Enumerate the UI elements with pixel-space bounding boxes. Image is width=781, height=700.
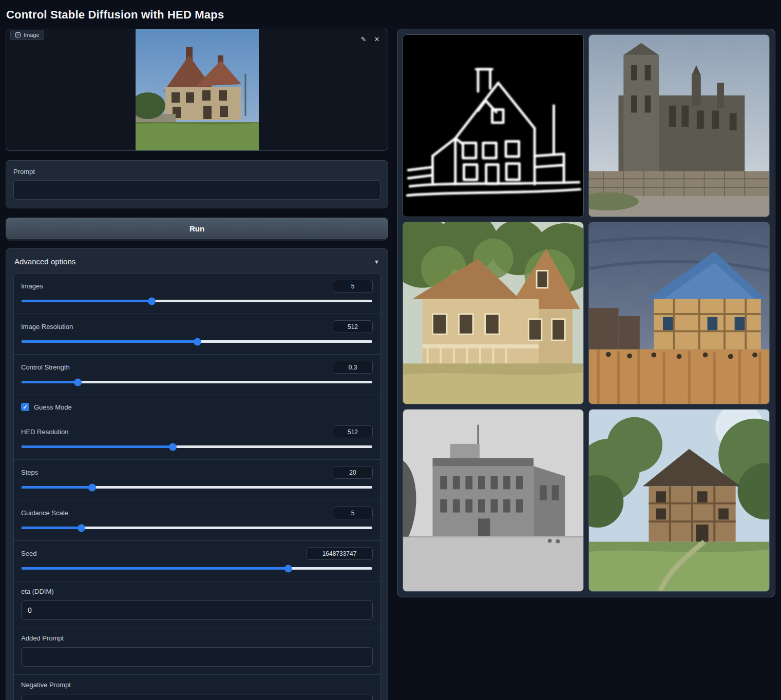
guidance-scale-value-input[interactable] [333, 507, 373, 519]
added-prompt-row: Added Prompt [14, 628, 380, 675]
image-label-text: Image [24, 32, 40, 38]
gallery-item-5[interactable] [403, 409, 584, 592]
negative-prompt-label: Negative Prompt [21, 681, 373, 689]
seed-label: Seed [21, 550, 36, 557]
hed-resolution-value-input[interactable] [333, 425, 373, 438]
image-toolbar: ✎ ✕ [358, 33, 383, 45]
image-component-label: Image [10, 30, 44, 40]
output-gallery [397, 29, 775, 597]
images-label: Images [21, 282, 43, 290]
hed-resolution-label: HED Resolution [21, 428, 69, 436]
steps-label: Steps [21, 469, 38, 476]
steps-slider-handle[interactable] [88, 483, 96, 491]
main-layout: Image ✎ ✕ [0, 29, 781, 700]
gallery-item-6[interactable] [588, 409, 770, 592]
images-slider[interactable] [22, 300, 372, 302]
added-prompt-label: Added Prompt [21, 634, 373, 642]
control-strength-label: Control Strength [21, 363, 70, 371]
painterly-blue-roof-house-image [589, 222, 769, 404]
images-slider-handle[interactable] [148, 297, 156, 305]
hed-edge-map-image [403, 35, 583, 217]
seed-row: Seed [14, 541, 380, 581]
image-upload[interactable]: Image ✎ ✕ [6, 29, 388, 151]
image-resolution-row: Image Resolution [14, 314, 380, 355]
guess-mode-checkbox[interactable]: ✓ [21, 403, 29, 411]
steps-value-input[interactable] [333, 466, 373, 479]
ornate-wooden-house-image [403, 222, 583, 404]
gallery-item-3[interactable] [403, 222, 584, 404]
image-resolution-slider-handle[interactable] [194, 338, 201, 345]
added-prompt-input[interactable] [21, 647, 373, 667]
advanced-options-accordion[interactable]: Advanced options ▼ [13, 255, 380, 273]
guess-mode-label: Guess Mode [34, 403, 72, 411]
edit-image-button[interactable]: ✎ [358, 33, 369, 45]
control-strength-slider[interactable] [22, 381, 372, 383]
country-house-with-trees-image [589, 410, 769, 591]
gallery-item-1[interactable] [403, 34, 584, 217]
guidance-scale-slider-handle[interactable] [78, 524, 85, 532]
steps-slider[interactable] [22, 486, 372, 489]
seed-value-input[interactable] [306, 547, 373, 560]
steps-row: Steps [14, 460, 380, 500]
hed-resolution-row: HED Resolution [14, 419, 380, 460]
run-button[interactable]: Run [6, 218, 388, 239]
negative-prompt-row: Negative Prompt [14, 675, 380, 700]
clear-image-button[interactable]: ✕ [371, 33, 383, 45]
control-strength-value-input[interactable] [333, 361, 373, 374]
images-row: Images [14, 274, 380, 314]
prompt-label: Prompt [13, 168, 380, 176]
eta-input[interactable] [21, 600, 373, 620]
controls-column: Image ✎ ✕ [6, 29, 388, 700]
page-title: Control Stable Diffusion with HED Maps [0, 0, 781, 29]
gallery-item-4[interactable] [588, 222, 770, 404]
images-value-input[interactable] [333, 280, 373, 293]
guess-mode-row: ✓ Guess Mode [14, 395, 380, 419]
control-strength-slider-handle[interactable] [74, 378, 82, 386]
seed-slider[interactable] [22, 567, 372, 570]
guidance-scale-label: Guidance Scale [21, 509, 68, 517]
eta-label: eta (DDIM) [21, 588, 373, 595]
image-resolution-label: Image Resolution [21, 323, 73, 330]
grayscale-old-building-image [403, 410, 583, 591]
gallery-item-2[interactable] [588, 34, 770, 217]
prompt-input[interactable] [13, 180, 380, 200]
accordion-arrow-icon: ▼ [374, 259, 379, 265]
hed-resolution-slider-handle[interactable] [169, 443, 177, 451]
advanced-options-form: Images Image Resolution [13, 273, 380, 700]
stone-cathedral-image [589, 35, 769, 217]
advanced-options-title: Advanced options [14, 257, 75, 266]
image-resolution-value-input[interactable] [333, 320, 373, 333]
guidance-scale-row: Guidance Scale [14, 500, 380, 541]
input-image-preview [136, 29, 259, 150]
seed-slider-handle[interactable] [284, 565, 292, 572]
control-strength-row: Control Strength [14, 355, 380, 395]
advanced-options-panel: Advanced options ▼ Images Image Resoluti… [6, 248, 388, 700]
image-resolution-slider[interactable] [22, 340, 372, 343]
eta-row: eta (DDIM) [14, 581, 380, 628]
prompt-block: Prompt [6, 160, 388, 208]
hed-resolution-slider[interactable] [22, 445, 372, 448]
negative-prompt-input[interactable] [21, 694, 373, 700]
image-icon [15, 32, 21, 38]
guidance-scale-slider[interactable] [22, 527, 372, 529]
